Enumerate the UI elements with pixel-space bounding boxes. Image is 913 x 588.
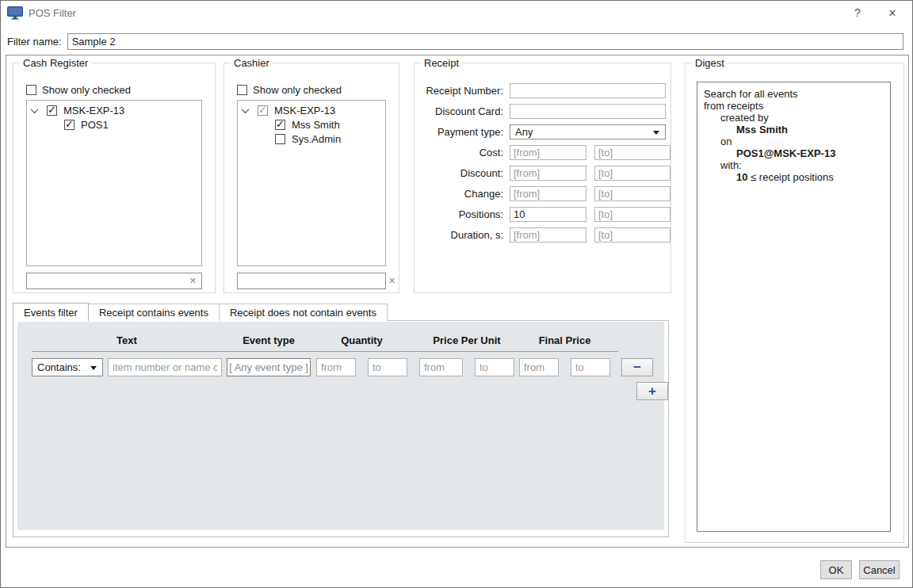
add-row-button[interactable]: + — [636, 382, 668, 400]
main-container: Cash Register Show only checked MSK-EXP-… — [6, 55, 909, 548]
duration-to-input[interactable] — [594, 227, 670, 242]
duration-label: Duration, s: — [421, 229, 503, 241]
header-final-price: Final Price — [519, 334, 610, 346]
digest-cashier-value: Mss Smith — [704, 124, 884, 136]
cashier-show-only-checked[interactable]: Show only checked — [237, 84, 342, 96]
cash-register-group: Cash Register Show only checked MSK-EXP-… — [13, 63, 216, 293]
cost-to-input[interactable] — [594, 145, 670, 160]
final-price-from-input[interactable] — [519, 358, 559, 376]
tree-item-mss-smith[interactable]: Mss Smith — [238, 117, 385, 132]
digest-line: Search for all events — [704, 88, 884, 100]
chevron-down-icon — [90, 366, 97, 370]
digest-line: from receipts — [704, 100, 884, 112]
checkbox[interactable] — [237, 85, 247, 95]
digest-group: Digest Search for all events from receip… — [685, 63, 904, 543]
chevron-down-icon — [653, 131, 659, 135]
digest-positions-value: 10 — [736, 171, 747, 183]
change-from-input[interactable] — [510, 186, 586, 201]
digest-positions-text: ≤ receipt positions — [747, 171, 833, 183]
event-type-button[interactable]: [ Any event type ] — [227, 358, 311, 376]
checkbox[interactable] — [26, 85, 36, 95]
tree-item-label: Mss Smith — [292, 119, 340, 131]
header-quantity: Quantity — [316, 334, 407, 346]
show-only-checked-label: Show only checked — [253, 84, 342, 96]
digest-register-value: POS1@MSK-EXP-13 — [704, 147, 884, 159]
ok-button[interactable]: OK — [820, 560, 852, 579]
digest-positions-line: 10 ≤ receipt positions — [704, 171, 884, 183]
cash-register-title: Cash Register — [20, 57, 91, 69]
discount-from-input[interactable] — [510, 166, 586, 181]
receipt-number-label: Receipt Number: — [421, 85, 503, 97]
help-button[interactable]: ? — [844, 1, 871, 25]
tree-item-label: MSK-EXP-13 — [274, 105, 335, 116]
discount-card-input[interactable] — [510, 104, 666, 119]
tab-events-filter[interactable]: Events filter — [13, 303, 89, 321]
tree-item-msk-exp-13[interactable]: MSK-EXP-13 — [27, 103, 201, 117]
header-separator — [32, 351, 618, 352]
cash-register-show-only-checked[interactable]: Show only checked — [26, 84, 131, 96]
positions-from-input[interactable] — [510, 207, 586, 222]
payment-type-label: Payment type: — [421, 126, 503, 138]
checkbox[interactable] — [275, 134, 285, 144]
tree-item-msk-exp-13[interactable]: MSK-EXP-13 — [238, 103, 385, 117]
remove-row-button[interactable]: − — [621, 358, 653, 376]
clear-icon[interactable]: ✕ — [185, 276, 201, 286]
tree-item-label: Sys.Admin — [292, 133, 341, 145]
monitor-icon — [7, 6, 23, 20]
cashier-filter-input[interactable] — [238, 273, 384, 288]
positions-label: Positions: — [421, 208, 503, 220]
header-event-type: Event type — [227, 334, 311, 346]
change-label: Change: — [421, 188, 503, 200]
checkbox[interactable] — [64, 120, 74, 130]
change-to-input[interactable] — [594, 186, 670, 201]
cancel-button[interactable]: Cancel — [859, 560, 900, 579]
payment-type-value: Any — [515, 126, 533, 138]
tabbar: Events filter Receipt contains events Re… — [13, 303, 669, 321]
cash-register-filter-input[interactable] — [27, 273, 185, 288]
digest-line: with: — [704, 159, 884, 171]
events-filter-pane: Text Event type Quantity Price Per Unit … — [13, 320, 669, 537]
event-filter-row: Contains: [ Any event type ] − — [32, 358, 664, 376]
discount-label: Discount: — [421, 167, 503, 179]
tree-item-sys-admin[interactable]: Sys.Admin — [238, 132, 385, 146]
chevron-down-icon[interactable] — [31, 105, 39, 113]
digest-title: Digest — [692, 57, 728, 69]
close-icon[interactable]: ✕ — [879, 1, 906, 25]
item-text-input[interactable] — [108, 358, 222, 376]
cashier-group: Cashier Show only checked MSK-EXP-13 Mss… — [223, 63, 399, 293]
payment-type-select[interactable]: Any — [510, 124, 666, 139]
checkbox[interactable] — [258, 105, 268, 116]
price-per-unit-to-input[interactable] — [475, 358, 514, 376]
digest-line: created by — [704, 112, 884, 124]
positions-to-input[interactable] — [594, 207, 670, 222]
receipt-number-input[interactable] — [510, 83, 666, 98]
chevron-down-icon[interactable] — [242, 105, 250, 113]
cash-register-tree: MSK-EXP-13 POS1 — [26, 100, 202, 266]
pos-filter-dialog: POS Filter ? ✕ Filter name: Cash Registe… — [0, 0, 913, 588]
digest-text: Search for all events from receipts crea… — [697, 82, 891, 532]
price-per-unit-from-input[interactable] — [419, 358, 463, 376]
quantity-from-input[interactable] — [316, 358, 356, 376]
quantity-to-input[interactable] — [368, 358, 407, 376]
tab-receipt-contains-events[interactable]: Receipt contains events — [89, 304, 220, 321]
duration-from-input[interactable] — [510, 227, 586, 242]
receipt-group: Receipt Receipt Number: Discount Card: P… — [414, 63, 671, 293]
titlebar: POS Filter ? ✕ — [1, 1, 912, 25]
discount-to-input[interactable] — [594, 166, 670, 181]
cashier-tree: MSK-EXP-13 Mss Smith Sys.Admin — [237, 100, 386, 266]
cost-label: Cost: — [421, 147, 503, 158]
final-price-to-input[interactable] — [571, 358, 610, 376]
checkbox[interactable] — [275, 120, 285, 130]
events-tabwidget: Events filter Receipt contains events Re… — [13, 303, 669, 537]
cost-from-input[interactable] — [510, 145, 586, 160]
match-mode-select[interactable]: Contains: — [32, 358, 103, 376]
filter-name-label: Filter name: — [7, 36, 62, 48]
tab-receipt-does-not-contain-events[interactable]: Receipt does not contain events — [220, 304, 388, 321]
discount-card-label: Discount Card: — [421, 105, 503, 117]
events-table-headers: Text Event type Quantity Price Per Unit … — [32, 334, 664, 346]
tree-item-pos1[interactable]: POS1 — [27, 117, 201, 132]
clear-icon[interactable]: ✕ — [384, 276, 400, 286]
filter-name-input[interactable] — [67, 33, 903, 50]
checkbox[interactable] — [47, 105, 57, 116]
header-text: Text — [32, 334, 222, 346]
